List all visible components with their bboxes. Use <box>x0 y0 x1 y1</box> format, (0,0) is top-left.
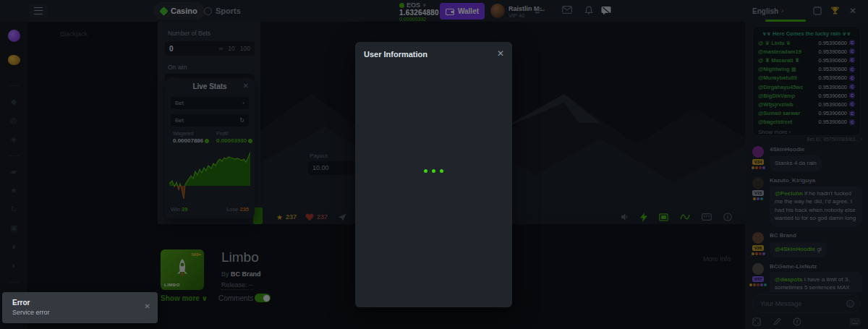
toast-close-icon[interactable]: ✕ <box>145 302 150 310</box>
loading-indicator <box>355 169 512 173</box>
modal-close-icon[interactable]: ✕ <box>497 48 504 59</box>
modal-title: User Information <box>364 50 427 59</box>
user-information-modal: User Information ✕ <box>355 42 512 307</box>
error-toast: Error Service error ✕ <box>2 292 158 323</box>
toast-title: Error <box>12 299 30 307</box>
toast-message: Service error <box>12 309 50 316</box>
